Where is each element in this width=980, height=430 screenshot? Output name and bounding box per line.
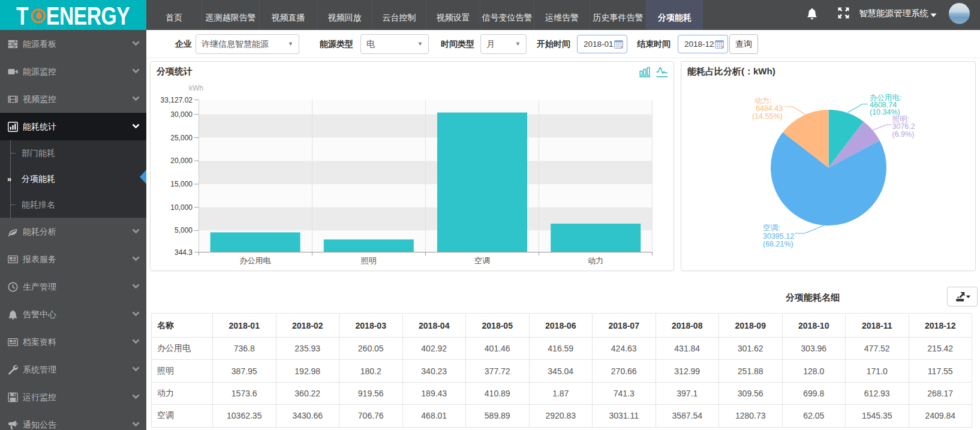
svg-text:照明: 照明	[361, 256, 377, 265]
svg-text:25,000: 25,000	[170, 134, 193, 142]
svg-text:空调:: 空调:	[763, 224, 780, 232]
svg-text:(14.55%): (14.55%)	[752, 112, 783, 121]
svg-text:344.3: 344.3	[175, 248, 193, 257]
svg-text:20,000: 20,000	[170, 157, 193, 165]
svg-text:5,000: 5,000	[175, 226, 193, 234]
svg-text:30395.12: 30395.12	[763, 232, 794, 240]
svg-text:33,127.02: 33,127.02	[161, 96, 193, 104]
svg-text:动力:: 动力:	[754, 97, 771, 105]
svg-text:30,000: 30,000	[170, 110, 193, 119]
svg-text:(6.9%): (6.9%)	[892, 130, 915, 139]
svg-text:动力: 动力	[588, 256, 603, 265]
svg-text:3076.2: 3076.2	[892, 122, 915, 131]
svg-text:10,000: 10,000	[170, 203, 193, 212]
svg-text:(68.21%): (68.21%)	[763, 240, 793, 248]
svg-text:空调: 空调	[474, 256, 490, 265]
svg-text:15,000: 15,000	[170, 180, 193, 188]
svg-text:kWh: kWh	[189, 84, 203, 92]
svg-text:办公用电: 办公用电	[240, 256, 271, 265]
